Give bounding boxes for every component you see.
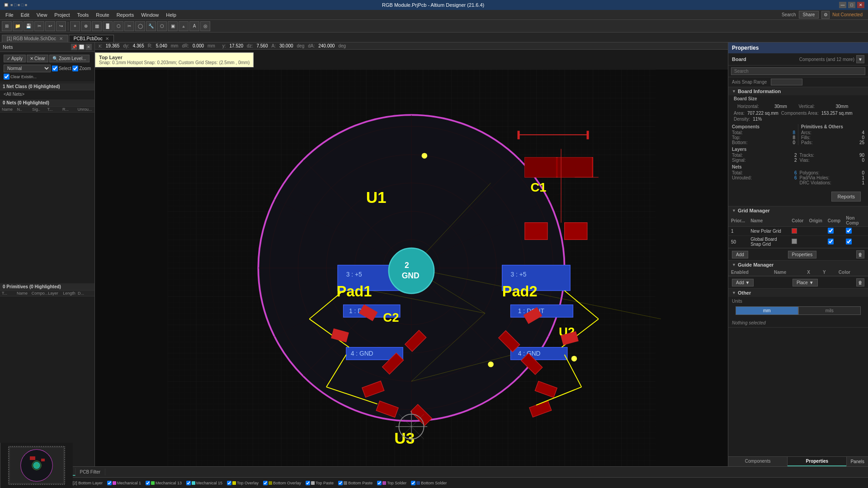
properties-search-input[interactable] (731, 67, 865, 75)
menu-route[interactable]: Route (92, 11, 113, 19)
units-mils-button[interactable]: mils (798, 306, 861, 315)
menu-window[interactable]: Window (137, 11, 162, 19)
tb-btn-11[interactable]: ⬡ (113, 21, 123, 31)
maximize-button[interactable]: □ (848, 2, 855, 8)
tb-btn-13[interactable]: ◯ (135, 21, 145, 31)
tb-btn-1[interactable]: ⊞ (2, 21, 12, 31)
tab-pcb-close[interactable]: ✕ (105, 36, 109, 41)
panels-button[interactable]: Panels (846, 457, 868, 466)
layer-top-paste-check[interactable] (306, 481, 310, 485)
tb-btn-17[interactable]: ⟁ (179, 21, 189, 31)
layer-top-solder[interactable]: Top Solder (375, 480, 408, 486)
menu-project[interactable]: Project (51, 11, 73, 19)
pcb-canvas[interactable]: U1 C1 3 : +5 Pad1 1 : DIN 4 : GND (95, 70, 728, 466)
grid-manager-header[interactable]: ▼ Grid Manager (728, 206, 868, 215)
layer-bottom-solder-check[interactable] (411, 481, 415, 485)
tb-btn-18[interactable]: A (189, 21, 199, 31)
all-nets-item[interactable]: <All Nets> (0, 90, 94, 99)
grid-comp-1[interactable] (825, 227, 843, 236)
tb-btn-12[interactable]: ✂ (124, 21, 134, 31)
menu-view[interactable]: View (33, 11, 51, 19)
guide-manager-header[interactable]: ▼ Guide Manager (728, 261, 868, 269)
tb-btn-19[interactable]: ◎ (200, 21, 210, 31)
tb-btn-8[interactable]: ⊕ (81, 21, 91, 31)
tab-pcb[interactable]: PCB1.PcbDoc ✕ (69, 35, 114, 42)
grid-comp-check-2[interactable] (828, 239, 834, 244)
layer-top-overlay[interactable]: Top Overlay (225, 480, 260, 486)
clear-existing-checkbox[interactable] (4, 74, 9, 80)
layer-mech13-check[interactable] (146, 481, 150, 485)
board-info-header[interactable]: ▼ Board Information (728, 87, 868, 95)
layer-bottom-solder[interactable]: Bottom Solder (409, 480, 448, 486)
layer-bottom-overlay[interactable]: Bottom Overlay (261, 480, 303, 486)
layer-mech13[interactable]: Mechanical 13 (144, 480, 184, 486)
menu-tools[interactable]: Tools (74, 11, 93, 19)
layer-bottom-paste-check[interactable] (338, 481, 343, 485)
zoom-level-button[interactable]: 🔍 Zoom Level... (49, 55, 90, 62)
tab-schematic-close[interactable]: ✕ (59, 36, 63, 41)
tb-btn-15[interactable]: ⬡ (157, 21, 167, 31)
panel-float-btn[interactable]: ⬜ (78, 44, 85, 50)
clear-button[interactable]: ✕ Clear (27, 55, 48, 62)
panel-pin-btn[interactable]: 📌 (71, 44, 77, 50)
mode-dropdown[interactable]: Normal (4, 65, 51, 72)
grid-noncomp-2[interactable] (843, 236, 868, 248)
filter-button[interactable]: ▼ (856, 55, 864, 63)
apply-button[interactable]: ✓ Apply (4, 55, 26, 62)
layer-mech15-check[interactable] (186, 481, 191, 485)
search-label[interactable]: Search (782, 12, 796, 17)
layer-bottom-overlay-check[interactable] (263, 481, 268, 485)
tb-btn-10[interactable]: █ (103, 21, 113, 31)
tb-btn-14[interactable]: 🔧 (146, 21, 156, 31)
settings-button[interactable]: ⚙ (821, 11, 830, 19)
grid-add-button[interactable]: Add (732, 251, 748, 258)
other-header[interactable]: ▼ Other (728, 289, 868, 297)
da-label: dA: (308, 43, 315, 48)
units-mm-button[interactable]: mm (736, 306, 798, 315)
menu-reports[interactable]: Reports (113, 11, 138, 19)
grid-delete-button[interactable]: 🗑 (856, 250, 864, 258)
tb-btn-16[interactable]: ▣ (168, 21, 178, 31)
tb-btn-7[interactable]: + (70, 21, 80, 31)
tb-btn-9[interactable]: ▦ (92, 21, 102, 31)
components-tab[interactable]: Components (728, 457, 788, 466)
canvas-area[interactable]: x: 19.365 dy: 4.365 R: 5.040 mm dR: 0.00… (95, 42, 728, 466)
menu-help[interactable]: Help (162, 11, 180, 19)
menu-file[interactable]: File (2, 11, 17, 19)
share-button[interactable]: Share (799, 11, 819, 19)
guide-place-button[interactable]: Place ▼ (793, 279, 818, 286)
layer-mech1-check[interactable] (107, 481, 112, 485)
grid-noncomp-1[interactable] (843, 227, 868, 236)
axis-snap-input[interactable]: 5.0mm (771, 79, 802, 85)
grid-noncomp-check-2[interactable] (846, 239, 852, 244)
layer-top-solder-check[interactable] (377, 481, 382, 485)
select-checkbox[interactable] (52, 66, 58, 71)
grid-row-2[interactable]: 50 Global Board Snap Grid (728, 236, 868, 248)
layer-mech1[interactable]: Mechanical 1 (105, 480, 143, 486)
grid-comp-2[interactable] (825, 236, 843, 248)
layer-top-overlay-check[interactable] (227, 481, 231, 485)
zoom-checkbox[interactable] (72, 66, 78, 71)
guide-add-button[interactable]: Add ▼ (732, 279, 754, 286)
menu-edit[interactable]: Edit (17, 11, 33, 19)
tb-btn-2[interactable]: 📁 (13, 21, 23, 31)
grid-noncomp-check-1[interactable] (846, 228, 852, 234)
grid-row-1[interactable]: 1 New Polar Grid (728, 227, 868, 236)
properties-tab[interactable]: Properties (788, 457, 846, 466)
grid-properties-button[interactable]: Properties (788, 251, 817, 258)
layer-mech15[interactable]: Mechanical 15 (184, 480, 224, 486)
layer-top-paste[interactable]: Top Paste (304, 480, 335, 486)
guide-delete-button[interactable]: 🗑 (856, 278, 864, 286)
grid-comp-check-1[interactable] (828, 228, 834, 234)
tb-btn-4[interactable]: ✂ (34, 21, 44, 31)
tb-btn-6[interactable]: ↪ (56, 21, 66, 31)
reports-button[interactable]: Reports (831, 192, 861, 202)
minimize-button[interactable]: — (839, 2, 846, 8)
layer-bottom-paste[interactable]: Bottom Paste (336, 480, 374, 486)
tab-schematic[interactable]: [1] RGB Module.SchDoc ✕ (2, 35, 68, 42)
close-button[interactable]: ✕ (857, 2, 864, 8)
tab-pcb-filter[interactable]: PCB Filter (75, 469, 106, 475)
panel-close-btn[interactable]: ✕ (85, 44, 92, 50)
tb-btn-5[interactable]: ↩ (45, 21, 55, 31)
tb-btn-3[interactable]: 💾 (24, 21, 33, 31)
